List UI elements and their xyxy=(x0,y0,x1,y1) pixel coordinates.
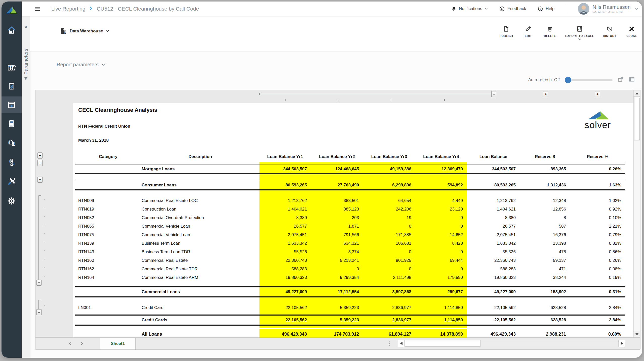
feedback-button[interactable]: Feedback xyxy=(499,6,526,12)
close-button[interactable]: CLOSE xyxy=(625,26,638,40)
spacer-cell xyxy=(75,282,141,287)
report-parameters-toggle[interactable]: Report parameters xyxy=(57,62,105,68)
column-group-tick xyxy=(444,99,445,101)
cell-value: 174,703,912 xyxy=(311,329,363,338)
breadcrumb-section[interactable]: Live Reporting xyxy=(51,6,85,12)
cell-value: 19,860,323 xyxy=(259,273,311,282)
expand-column-group-button[interactable] xyxy=(595,91,600,97)
cell-description: Construction Loan xyxy=(141,205,259,214)
sidebar-item-budgeting[interactable] xyxy=(2,116,22,131)
spacer-cell xyxy=(363,325,415,329)
cell-value: 1,213,762 xyxy=(259,196,311,205)
cell-value: 0.92% xyxy=(570,205,625,214)
cell-value: 1,213,762 xyxy=(467,196,520,205)
spacer-cell xyxy=(467,325,520,329)
spacer-cell xyxy=(415,174,467,181)
row-group-dot xyxy=(44,259,45,260)
sidebar-item-admin-tools[interactable] xyxy=(2,174,22,189)
sidebar-item-live-reporting[interactable] xyxy=(2,96,22,113)
spacer-cell xyxy=(141,162,259,165)
cell-value: 0.08% xyxy=(570,265,625,273)
sidebar-item-settings[interactable] xyxy=(2,193,22,209)
cell-value: 69,444 xyxy=(415,256,467,265)
sidebar-item-home[interactable] xyxy=(2,23,22,38)
previous-sheet-button[interactable] xyxy=(67,340,73,347)
slider-knob[interactable] xyxy=(565,77,571,83)
spacer-cell xyxy=(467,282,520,287)
expand-report-icon[interactable] xyxy=(618,76,624,83)
sidebar-item-collaboration[interactable] xyxy=(2,135,22,150)
cell-value: 628,528 xyxy=(520,303,570,312)
cell-value: 105,681 xyxy=(363,239,415,248)
collapse-row-group-button[interactable] xyxy=(36,280,42,286)
horizontal-scrollbar[interactable] xyxy=(398,340,625,347)
cell-description: Mortgage Loans xyxy=(141,165,259,174)
export-to-excel-button[interactable]: x EXPORT TO EXCEL xyxy=(565,26,594,40)
collapse-row-group-button[interactable] xyxy=(36,309,42,315)
notifications-button[interactable]: Notifications xyxy=(451,6,488,12)
auto-refresh-slider[interactable] xyxy=(565,77,613,83)
cell-value: 1.63% xyxy=(570,181,625,190)
cell-value: 3,597,868 xyxy=(363,287,415,297)
spacer-row xyxy=(75,297,625,303)
scroll-left-button[interactable] xyxy=(398,340,405,347)
user-menu[interactable]: Nils Rasmussen 02. Credit Union Demo xyxy=(578,3,638,15)
auto-refresh-control: Auto-refresh: Off xyxy=(528,76,635,83)
cell-category: RTN160 xyxy=(75,256,141,265)
horizontal-scroll-thumb[interactable] xyxy=(405,340,480,347)
publish-button[interactable]: PUBLISH xyxy=(500,26,513,40)
feedback-label: Feedback xyxy=(507,6,526,11)
spacer-row xyxy=(75,190,625,196)
data-source-selector[interactable]: Data Warehouse xyxy=(60,28,109,34)
expand-row-group-button[interactable] xyxy=(37,160,43,166)
cell-category: RTN009 xyxy=(75,196,141,205)
menu-icon[interactable] xyxy=(35,7,40,11)
spacer-cell xyxy=(311,325,363,329)
table-row: RTN075Commercial Vehicle Loan2,075,45179… xyxy=(75,231,625,239)
sidebar-item-report-archive[interactable] xyxy=(2,60,22,75)
sidebar-item-process-flow[interactable] xyxy=(2,155,22,170)
table-row: RTN019Construction Loan1,404,621885,1232… xyxy=(75,205,625,214)
cell-value: 55,526 xyxy=(259,248,311,256)
cell-value: 893,365 xyxy=(520,165,570,174)
cell-value: 1,114,850 xyxy=(415,303,467,312)
history-button[interactable]: HISTORY xyxy=(603,26,616,40)
spacer-cell xyxy=(467,162,520,165)
next-sheet-button[interactable] xyxy=(79,340,85,347)
edit-button[interactable]: EDIT xyxy=(522,26,535,40)
cell-category: RTN143 xyxy=(75,248,141,256)
cell-value: 0.10% xyxy=(570,214,625,222)
expand-row-group-button[interactable] xyxy=(37,152,43,159)
collapse-column-group-button[interactable] xyxy=(491,91,496,97)
cell-value: 49,159,386 xyxy=(363,165,415,174)
scroll-down-button[interactable] xyxy=(634,331,640,338)
vertical-scroll-thumb[interactable] xyxy=(634,98,640,140)
cell-value: 534,321 xyxy=(311,239,363,248)
data-source-label: Data Warehouse xyxy=(70,29,103,34)
spacer-cell xyxy=(75,325,141,329)
help-button[interactable]: ? Help xyxy=(538,6,554,12)
filter-icon[interactable] xyxy=(23,76,28,82)
table-row: Commercial Loans49,227,00917,112,5543,59… xyxy=(75,287,625,297)
drag-handle-icon[interactable] xyxy=(389,343,390,344)
spacer-cell xyxy=(259,174,311,181)
cell-description: Commercial Real Estate TDR xyxy=(141,265,259,273)
expand-row-group-button[interactable] xyxy=(37,177,43,183)
cell-value: 61,894,127 xyxy=(363,329,415,338)
expand-parameters-button[interactable]: » xyxy=(22,24,30,30)
delete-button[interactable]: DELETE xyxy=(544,26,556,40)
grid-view-icon[interactable] xyxy=(629,76,635,83)
scroll-up-button[interactable] xyxy=(634,90,640,97)
cell-value: 0 xyxy=(363,265,415,273)
spacer-row xyxy=(75,174,625,181)
sidebar-item-assignments[interactable] xyxy=(2,78,22,93)
cell-description: Business Term Loan xyxy=(141,239,259,248)
spacer-cell xyxy=(570,325,625,329)
spacer-row xyxy=(75,282,625,287)
expand-column-group-button[interactable] xyxy=(543,91,548,97)
cell-value: 0 xyxy=(415,222,467,231)
sheet-tab[interactable]: Sheet1 xyxy=(100,338,136,349)
vertical-scrollbar[interactable] xyxy=(633,90,640,338)
cell-description: Commercial Real Estate xyxy=(141,256,259,265)
scroll-right-button[interactable] xyxy=(618,340,625,347)
